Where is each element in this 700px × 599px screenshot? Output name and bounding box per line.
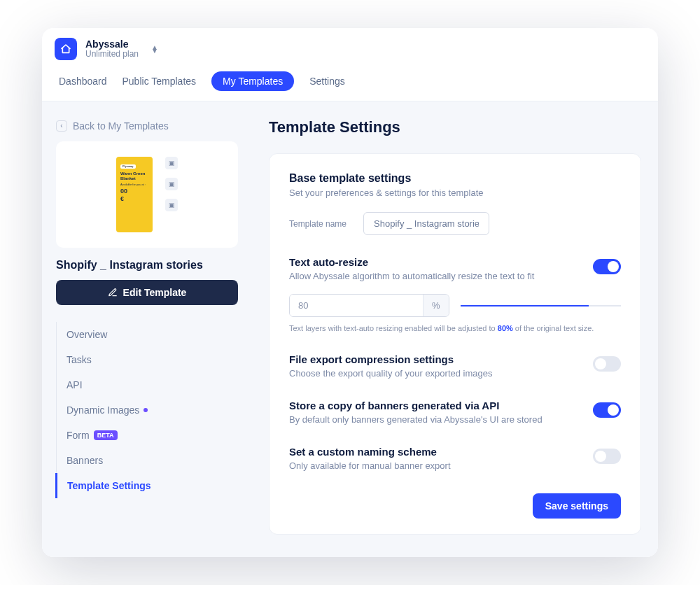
menu-form-label: Form bbox=[66, 430, 90, 441]
preview-price: 00€ bbox=[120, 188, 148, 202]
template-preview: Flysway Warm Green Blanket Available for… bbox=[56, 141, 238, 248]
dot-indicator-icon bbox=[144, 408, 148, 412]
section-store-copy: Store a copy of banners generated via AP… bbox=[289, 400, 621, 425]
back-label: Back to My Templates bbox=[73, 120, 169, 132]
preview-thumb-column: ▣ ▣ ▣ bbox=[165, 157, 178, 232]
tab-dashboard[interactable]: Dashboard bbox=[59, 71, 107, 91]
compression-desc: Choose the export quality of your export… bbox=[289, 368, 621, 379]
settings-panel: Base template settings Set your preferen… bbox=[269, 153, 641, 535]
brand-name: Abyssale bbox=[85, 38, 139, 50]
store-copy-desc: By default only banners generated via Ab… bbox=[289, 414, 621, 425]
back-link[interactable]: ‹ Back to My Templates bbox=[56, 120, 169, 132]
naming-desc: Only available for manual banner export bbox=[289, 460, 621, 471]
top-bar: Abyssale Unlimited plan ▲▼ bbox=[42, 28, 658, 67]
store-copy-toggle[interactable] bbox=[593, 402, 621, 418]
tab-bar: Dashboard Public Templates My Templates … bbox=[42, 67, 658, 101]
base-desc: Set your preferences & settings for this… bbox=[289, 188, 621, 198]
autoresize-row: % bbox=[289, 294, 621, 317]
panel-footer: Save settings bbox=[289, 493, 621, 519]
home-icon[interactable] bbox=[55, 38, 77, 60]
sidebar: ‹ Back to My Templates Flysway Warm Gree… bbox=[42, 101, 252, 557]
template-name-label: Template name bbox=[289, 219, 346, 229]
percent-input[interactable] bbox=[290, 295, 423, 316]
beta-badge: BETA bbox=[94, 430, 118, 440]
menu-overview[interactable]: Overview bbox=[57, 322, 238, 347]
naming-title: Set a custom naming scheme bbox=[289, 446, 621, 458]
brand-plan: Unlimited plan bbox=[85, 50, 139, 59]
percent-suffix: % bbox=[423, 295, 449, 316]
preview-tag: Flysway bbox=[120, 164, 136, 169]
section-base: Base template settings Set your preferen… bbox=[289, 172, 621, 235]
menu-form[interactable]: Form BETA bbox=[57, 423, 238, 448]
preview-phone: Flysway Warm Green Blanket Available for… bbox=[116, 157, 153, 232]
base-title: Base template settings bbox=[289, 172, 621, 185]
tab-my-templates[interactable]: My Templates bbox=[211, 71, 294, 91]
edit-template-button[interactable]: Edit Template bbox=[56, 280, 238, 305]
main-area: ‹ Back to My Templates Flysway Warm Gree… bbox=[42, 101, 658, 557]
image-icon: ▣ bbox=[165, 178, 178, 190]
autoresize-title: Text auto-resize bbox=[289, 256, 621, 268]
template-title: Shopify _ Instagram stories bbox=[56, 259, 238, 272]
autoresize-toggle[interactable] bbox=[593, 259, 621, 274]
section-autoresize: Text auto-resize Allow Abyssale algorith… bbox=[289, 256, 621, 332]
slider-fill bbox=[461, 305, 589, 306]
chevron-sort-icon[interactable]: ▲▼ bbox=[151, 45, 158, 53]
store-copy-title: Store a copy of banners generated via AP… bbox=[289, 400, 621, 411]
menu-api[interactable]: API bbox=[57, 372, 238, 397]
preview-headline: Warm Green Blanket bbox=[120, 171, 148, 181]
menu-tasks[interactable]: Tasks bbox=[57, 347, 238, 372]
image-icon: ▣ bbox=[165, 157, 178, 169]
section-compression: File export compression settings Choose … bbox=[289, 353, 621, 379]
percent-input-wrap: % bbox=[289, 294, 449, 317]
brand-box[interactable]: Abyssale Unlimited plan bbox=[85, 38, 139, 59]
save-settings-button[interactable]: Save settings bbox=[533, 493, 621, 519]
page-title: Template Settings bbox=[269, 118, 641, 136]
menu-banners[interactable]: Banners bbox=[57, 448, 238, 473]
name-field-row: Template name bbox=[289, 212, 621, 235]
edit-template-label: Edit Template bbox=[123, 287, 187, 298]
compression-title: File export compression settings bbox=[289, 353, 621, 365]
compression-toggle[interactable] bbox=[593, 356, 621, 372]
menu-template-settings[interactable]: Template Settings bbox=[55, 473, 238, 498]
template-name-input[interactable] bbox=[363, 212, 489, 235]
autoresize-desc: Allow Abyssale algorithm to automaticall… bbox=[289, 271, 621, 281]
naming-toggle[interactable] bbox=[593, 449, 621, 464]
app-window: Abyssale Unlimited plan ▲▼ Dashboard Pub… bbox=[42, 28, 658, 557]
preview-avail: Available for you at : bbox=[120, 183, 148, 187]
tab-public-templates[interactable]: Public Templates bbox=[122, 71, 197, 91]
percent-slider[interactable] bbox=[461, 305, 621, 306]
menu-dynamic-images[interactable]: Dynamic Images bbox=[57, 397, 238, 423]
autoresize-note: Text layers with text-auto resizing enab… bbox=[289, 324, 621, 332]
section-naming: Set a custom naming scheme Only availabl… bbox=[289, 446, 621, 471]
chevron-left-icon: ‹ bbox=[56, 120, 67, 132]
sidebar-menu: Overview Tasks API Dynamic Images Form B… bbox=[56, 322, 238, 498]
tab-settings[interactable]: Settings bbox=[309, 71, 345, 91]
image-icon: ▣ bbox=[165, 199, 178, 211]
pencil-icon bbox=[108, 288, 118, 297]
menu-dynamic-label: Dynamic Images bbox=[66, 404, 139, 416]
content: Template Settings Base template settings… bbox=[252, 101, 658, 557]
